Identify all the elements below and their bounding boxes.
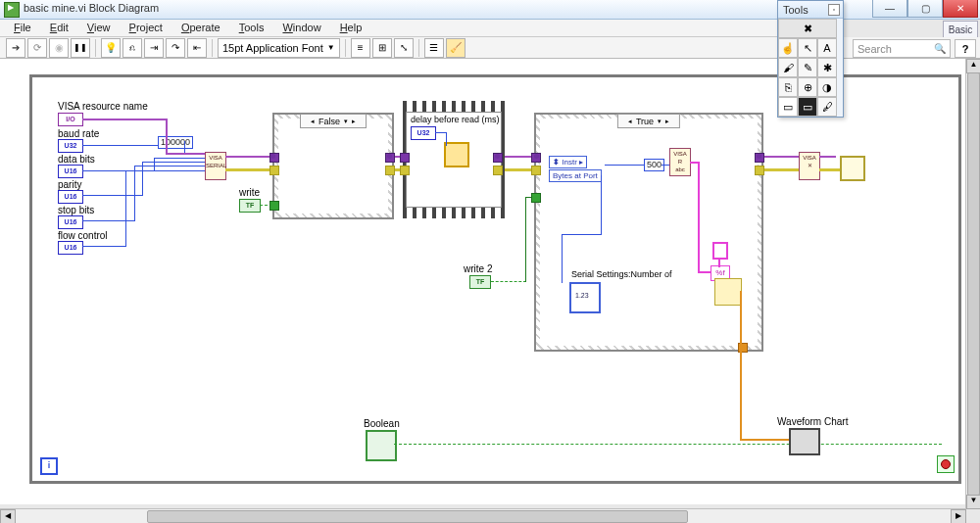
while-loop[interactable]: VISA resource name I/O baud rate U32 dat… — [29, 74, 961, 484]
wire — [134, 166, 135, 221]
parity-terminal[interactable]: U16 — [58, 190, 83, 204]
delay-terminal[interactable]: U32 — [411, 126, 436, 140]
run-continuous-button[interactable] — [27, 38, 47, 58]
tools-palette-title[interactable]: Tools ▫ — [778, 1, 843, 19]
tool-shortcut[interactable]: ✎ — [798, 58, 817, 77]
boolean-control[interactable] — [366, 430, 397, 461]
flat-sequence[interactable]: delay before read (ms) U32 — [403, 101, 505, 218]
toolbar-separator — [95, 39, 96, 57]
tunnel — [385, 166, 395, 175]
case-selector-false[interactable]: ◂ False ▾ ▸ — [300, 114, 367, 128]
case-next-icon[interactable]: ▸ — [352, 116, 356, 127]
search-input[interactable]: Search 🔍 — [853, 39, 951, 58]
highlight-exec-button[interactable] — [101, 38, 121, 58]
pause-button[interactable] — [71, 38, 90, 58]
font-selector[interactable]: 15pt Application Font ▼ — [218, 38, 340, 58]
menu-project[interactable]: Project — [122, 20, 171, 35]
chevron-down-icon[interactable]: ▾ — [344, 116, 348, 127]
menu-bar: FFileile Edit View Project Operate Tools… — [0, 20, 827, 37]
tool-bgcolor[interactable]: ▭ — [798, 97, 817, 117]
write-terminal[interactable]: TF — [239, 199, 261, 213]
case-selector-true[interactable]: ◂ True ▾ ▸ — [617, 114, 680, 128]
tool-scroll[interactable]: ✱ — [817, 58, 837, 77]
reorder-button[interactable]: ☰ — [424, 38, 444, 58]
scroll-down-icon[interactable]: ▼ — [966, 495, 980, 509]
vertical-scrollbar[interactable]: ▲ ▼ — [965, 59, 980, 509]
window-close-button[interactable]: ✕ — [943, 0, 978, 18]
bytes-at-port-property[interactable]: Bytes at Port — [549, 169, 602, 182]
baud-rate-terminal[interactable]: U32 — [58, 139, 83, 153]
tool-breakpoint[interactable]: ⎘ — [778, 77, 798, 97]
tool-auto[interactable]: ✖ — [778, 19, 837, 38]
block-diagram-canvas[interactable]: VISA resource name I/O baud rate U32 dat… — [0, 59, 980, 504]
window-maximize-button[interactable]: ▢ — [907, 0, 943, 18]
scan-from-string-node[interactable] — [714, 278, 742, 306]
distribute-button[interactable]: ⊞ — [372, 38, 392, 58]
search-placeholder: Search — [858, 43, 892, 55]
flow-control-terminal[interactable]: U16 — [58, 241, 83, 255]
tool-color-copy[interactable]: ◑ — [817, 77, 837, 97]
string-constant[interactable] — [712, 242, 728, 260]
tool-operate[interactable]: ☝ — [778, 38, 798, 58]
scroll-right-icon[interactable]: ▶ — [951, 509, 966, 523]
abort-button[interactable] — [49, 38, 69, 58]
parity-label: parity — [58, 179, 81, 190]
visa-close-node[interactable]: VISA✕ — [799, 152, 820, 180]
scroll-thumb[interactable] — [147, 510, 688, 523]
run-button[interactable] — [6, 38, 25, 58]
tools-palette[interactable]: Tools ▫ ✖ ☝ ↖ A 🖌 ✎ ✱ ⎘ ⊕ ◑ ▭ ▭ 🖋 — [777, 0, 844, 118]
tool-position[interactable]: ↖ — [798, 38, 817, 58]
instr-property-label[interactable]: ⬍ Instr ▸ — [549, 156, 587, 168]
tool-text[interactable]: A — [817, 38, 837, 58]
visa-configure-serial-node[interactable]: VISASERIAL — [205, 152, 226, 180]
scroll-up-icon[interactable]: ▲ — [966, 59, 980, 73]
toolbar-separator-3 — [345, 39, 346, 57]
cleanup-button[interactable]: 🧹 — [446, 38, 466, 58]
case-structure-read[interactable]: ◂ True ▾ ▸ — [534, 113, 763, 352]
step-into-button[interactable]: ⇥ — [144, 38, 164, 58]
tool-probe[interactable]: ⊕ — [798, 77, 817, 97]
case-prev-icon[interactable]: ◂ — [311, 116, 315, 127]
waveform-chart-terminal[interactable] — [789, 428, 820, 455]
context-help-button[interactable]: ? — [955, 39, 976, 58]
menu-edit[interactable]: Edit — [42, 20, 76, 35]
menu-tools[interactable]: Tools — [231, 20, 272, 35]
menu-help[interactable]: Help — [332, 20, 370, 35]
write2-terminal[interactable]: TF — [469, 275, 491, 289]
menu-file[interactable]: FFileile — [6, 20, 39, 35]
menu-window[interactable]: Window — [274, 20, 328, 35]
step-over-button[interactable]: ↷ — [166, 38, 185, 58]
case-prev-icon[interactable]: ◂ — [628, 116, 632, 127]
horizontal-scrollbar[interactable]: ◀ ▶ — [0, 508, 966, 523]
baud-constant[interactable]: 100000 — [158, 136, 193, 149]
wire — [605, 165, 644, 166]
chevron-down-icon[interactable]: ▾ — [658, 116, 662, 127]
serial-settings-indicator[interactable] — [569, 282, 601, 313]
align-button[interactable]: ≡ — [351, 38, 370, 58]
resize-button[interactable]: ⤡ — [394, 38, 414, 58]
tool-coloring[interactable]: 🖋 — [817, 97, 837, 117]
scroll-left-icon[interactable]: ◀ — [0, 509, 16, 523]
stop-bits-terminal[interactable]: U16 — [58, 215, 83, 229]
retain-wires-button[interactable]: ⎌ — [122, 38, 142, 58]
visa-resource-terminal[interactable]: I/O — [58, 113, 83, 126]
tool-fgcolor[interactable]: ▭ — [778, 97, 798, 117]
palette-pin-icon[interactable]: ▫ — [828, 4, 840, 16]
menu-view[interactable]: View — [79, 20, 119, 35]
data-bits-terminal[interactable]: U16 — [58, 165, 83, 178]
wait-ms-node[interactable] — [444, 142, 469, 167]
loop-conditional-terminal[interactable] — [937, 455, 955, 473]
scroll-thumb[interactable] — [967, 72, 980, 496]
loop-iteration-terminal[interactable]: i — [40, 457, 58, 475]
wire-string — [718, 258, 720, 267]
serial-settings-label: Serial Settings:Number of — [571, 269, 672, 279]
case-structure-write[interactable]: ◂ False ▾ ▸ — [272, 113, 394, 219]
case-next-icon[interactable]: ▸ — [665, 116, 669, 127]
window-minimize-button[interactable]: — — [872, 0, 907, 18]
wire — [562, 234, 563, 283]
visa-read-node[interactable]: VISARabc — [669, 148, 691, 176]
simple-error-handler-node[interactable] — [840, 156, 865, 181]
menu-operate[interactable]: Operate — [173, 20, 228, 35]
step-out-button[interactable]: ⇤ — [187, 38, 207, 58]
tool-wiring[interactable]: 🖌 — [778, 58, 798, 77]
